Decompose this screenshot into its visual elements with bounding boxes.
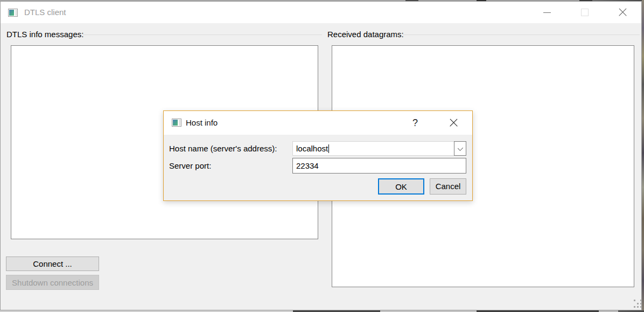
host-info-dialog: Host info ? Host name (server's address)… (163, 110, 473, 201)
maximize-button[interactable] (566, 2, 604, 23)
dialog-help-button[interactable]: ? (407, 115, 423, 131)
received-datagrams-group-label: Received datagrams: (327, 30, 404, 39)
caption-buttons (528, 2, 641, 23)
shutdown-connections-button[interactable]: Shutdown connections (6, 275, 99, 290)
server-port-label: Server port: (169, 161, 211, 170)
host-name-value: localhost (296, 144, 329, 153)
resize-grip[interactable] (634, 300, 642, 308)
combobox-dropdown-button[interactable] (454, 141, 466, 156)
received-datagrams-group-line (402, 34, 640, 35)
main-titlebar: DTLS client (1, 2, 641, 23)
app-icon-stripe (16, 10, 17, 16)
dtls-info-group-line (82, 34, 322, 35)
dialog-close-button[interactable] (445, 115, 461, 131)
desktop: DTLS client DTLS info messages: Received… (0, 0, 644, 312)
ok-button[interactable]: OK (378, 178, 424, 195)
app-icon-pane (9, 10, 14, 16)
close-icon (618, 8, 627, 17)
app-icon (8, 9, 18, 17)
connect-button[interactable]: Connect ... (6, 256, 99, 271)
text-caret (328, 144, 329, 153)
dialog-app-icon-stripe (179, 120, 180, 126)
minimize-button[interactable] (528, 2, 566, 23)
dtls-info-group-label: DTLS info messages: (6, 30, 83, 39)
dialog-app-icon-pane (173, 120, 178, 126)
dialog-titlebar: Host info ? (164, 111, 472, 135)
dialog-title: Host info (186, 118, 218, 127)
dialog-app-icon (172, 119, 181, 127)
host-name-combobox[interactable]: localhost (292, 141, 466, 156)
maximize-icon (581, 9, 589, 16)
background-sliver-right (642, 0, 644, 312)
host-name-label: Host name (server's address): (169, 144, 277, 153)
window-title: DTLS client (24, 8, 66, 17)
minimize-icon (543, 12, 551, 13)
close-button[interactable] (604, 2, 641, 23)
cancel-button[interactable]: Cancel (430, 178, 466, 195)
server-port-input[interactable] (292, 158, 466, 174)
chevron-down-icon (458, 145, 463, 151)
dialog-close-icon (449, 119, 458, 127)
